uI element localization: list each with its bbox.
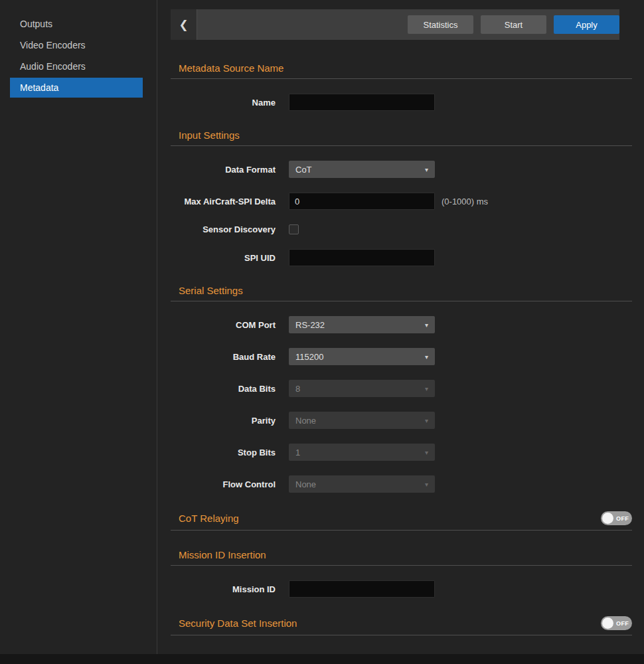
sensor-discovery-checkbox[interactable] bbox=[289, 224, 299, 234]
section-divider bbox=[171, 78, 632, 79]
data-bits-dropdown: 8 ▾ bbox=[289, 380, 435, 397]
max-aircraft-spi-delta-row: Max AirCraft-SPI Delta (0-1000) ms bbox=[171, 193, 632, 210]
chevron-down-icon: ▾ bbox=[425, 321, 428, 329]
section-security-data-set-insertion: Security Data Set Insertion OFF bbox=[171, 616, 632, 630]
section-title: Serial Settings bbox=[179, 285, 243, 296]
stop-bits-row: Stop Bits 1 ▾ bbox=[171, 444, 632, 461]
statistics-button[interactable]: Statistics bbox=[408, 15, 473, 34]
back-button[interactable]: ❮ bbox=[171, 9, 197, 40]
data-format-value: CoT bbox=[295, 165, 312, 175]
section-title: Input Settings bbox=[179, 129, 240, 141]
section-divider bbox=[171, 145, 632, 146]
max-aircraft-spi-delta-hint: (0-1000) ms bbox=[442, 197, 488, 207]
mission-id-label: Mission ID bbox=[171, 584, 276, 594]
sidebar-item-audio-encoders[interactable]: Audio Encoders bbox=[10, 56, 143, 76]
flow-control-label: Flow Control bbox=[171, 479, 276, 489]
chevron-down-icon: ▾ bbox=[425, 481, 428, 488]
stop-bits-dropdown: 1 ▾ bbox=[289, 444, 435, 461]
toggle-knob bbox=[602, 618, 613, 629]
section-divider bbox=[171, 565, 632, 566]
chevron-down-icon: ▾ bbox=[425, 385, 428, 392]
com-port-row: COM Port RS-232 ▾ bbox=[171, 316, 632, 333]
section-divider bbox=[171, 301, 632, 301]
spi-uid-row: SPI UID bbox=[171, 249, 632, 266]
data-bits-label: Data Bits bbox=[171, 384, 276, 394]
chevron-down-icon: ▾ bbox=[425, 166, 428, 173]
flow-control-row: Flow Control None ▾ bbox=[171, 475, 632, 493]
baud-rate-row: Baud Rate 115200 ▾ bbox=[171, 348, 632, 365]
flow-control-value: None bbox=[295, 479, 316, 489]
security-data-set-toggle[interactable]: OFF bbox=[601, 616, 632, 630]
parity-dropdown: None ▾ bbox=[289, 412, 435, 429]
name-label: Name bbox=[171, 98, 276, 108]
sidebar-item-metadata[interactable]: Metadata bbox=[10, 78, 143, 98]
spi-uid-label: SPI UID bbox=[171, 253, 276, 263]
toggle-state-label: OFF bbox=[616, 515, 629, 522]
toolbar: ❮ Statistics Start Apply bbox=[171, 9, 619, 40]
stop-bits-label: Stop Bits bbox=[171, 448, 276, 457]
chevron-down-icon: ▾ bbox=[425, 417, 428, 424]
name-row: Name bbox=[171, 94, 632, 111]
parity-value: None bbox=[295, 416, 316, 426]
sidebar: Outputs Video Encoders Audio Encoders Me… bbox=[0, 0, 157, 654]
back-chevron-icon: ❮ bbox=[179, 18, 188, 32]
toggle-state-label: OFF bbox=[616, 620, 629, 627]
data-format-row: Data Format CoT ▾ bbox=[171, 161, 632, 178]
name-input[interactable] bbox=[289, 94, 435, 111]
section-serial-settings: Serial Settings bbox=[171, 285, 632, 296]
section-mission-id-insertion: Mission ID Insertion bbox=[171, 549, 632, 560]
section-cot-relaying: CoT Relaying OFF bbox=[171, 511, 632, 525]
section-title: CoT Relaying bbox=[179, 513, 239, 524]
data-format-dropdown[interactable]: CoT ▾ bbox=[289, 161, 435, 178]
cot-relaying-toggle[interactable]: OFF bbox=[601, 511, 632, 525]
com-port-dropdown[interactable]: RS-232 ▾ bbox=[289, 316, 435, 333]
baud-rate-value: 115200 bbox=[295, 352, 323, 362]
spi-uid-input[interactable] bbox=[289, 249, 435, 266]
footer-band bbox=[0, 654, 644, 664]
data-bits-value: 8 bbox=[295, 384, 300, 394]
data-bits-row: Data Bits 8 ▾ bbox=[171, 380, 632, 397]
apply-button[interactable]: Apply bbox=[554, 15, 619, 34]
sidebar-item-outputs[interactable]: Outputs bbox=[10, 14, 143, 34]
sensor-discovery-row: Sensor Discovery bbox=[171, 224, 632, 234]
toggle-knob bbox=[602, 513, 613, 524]
sensor-discovery-label: Sensor Discovery bbox=[171, 224, 276, 234]
chevron-down-icon: ▾ bbox=[425, 353, 428, 361]
start-button[interactable]: Start bbox=[481, 15, 546, 34]
section-input-settings: Input Settings bbox=[171, 129, 632, 141]
mission-id-input[interactable] bbox=[289, 580, 435, 598]
chevron-down-icon: ▾ bbox=[425, 449, 428, 456]
baud-rate-label: Baud Rate bbox=[171, 352, 276, 362]
parity-row: Parity None ▾ bbox=[171, 412, 632, 429]
max-aircraft-spi-delta-input[interactable] bbox=[289, 193, 435, 210]
data-format-label: Data Format bbox=[171, 165, 276, 175]
section-title: Security Data Set Insertion bbox=[179, 618, 297, 629]
baud-rate-dropdown[interactable]: 115200 ▾ bbox=[289, 348, 435, 365]
com-port-label: COM Port bbox=[171, 320, 276, 330]
parity-label: Parity bbox=[171, 416, 276, 426]
section-title: Metadata Source Name bbox=[179, 62, 283, 74]
max-aircraft-spi-delta-label: Max AirCraft-SPI Delta bbox=[171, 197, 276, 207]
sidebar-item-video-encoders[interactable]: Video Encoders bbox=[10, 35, 143, 55]
flow-control-dropdown: None ▾ bbox=[289, 475, 435, 493]
section-divider bbox=[171, 530, 632, 531]
section-title: Mission ID Insertion bbox=[179, 549, 266, 560]
page: Outputs Video Encoders Audio Encoders Me… bbox=[0, 0, 644, 654]
main-content: ❮ Statistics Start Apply Metadata Source… bbox=[157, 0, 644, 654]
stop-bits-value: 1 bbox=[295, 448, 300, 457]
mission-id-row: Mission ID bbox=[171, 580, 632, 598]
com-port-value: RS-232 bbox=[295, 320, 325, 330]
section-divider bbox=[171, 635, 632, 635]
section-metadata-source-name: Metadata Source Name bbox=[171, 62, 632, 74]
